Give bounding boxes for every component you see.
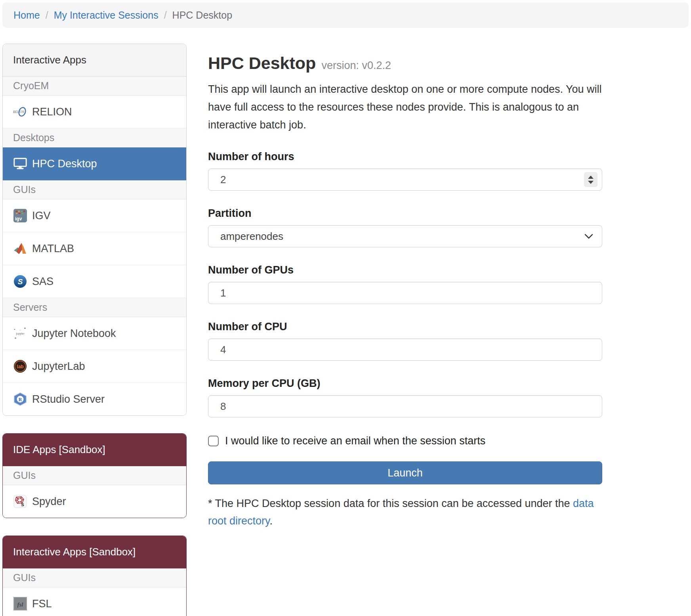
sidebar-item-spyder[interactable]: sSpyder [3,485,186,518]
breadcrumb-sessions-link[interactable]: My Interactive Sessions [54,10,158,21]
sidebar-item-label: RStudio Server [32,393,105,406]
sidebar-subheader: Desktops [3,128,186,147]
number-of-hours-input[interactable] [208,168,602,191]
igv-icon: igv [13,209,27,223]
sidebar-subheader: GUIs [3,466,186,485]
svg-text:igv: igv [15,216,22,222]
footnote-period: . [270,515,273,527]
footnote: * The HPC Desktop session data for this … [208,495,602,530]
sidebar-subheader: GUIs [3,180,186,199]
number-of-gpus-input[interactable] [208,282,602,304]
fsl-icon: fsl [13,597,27,611]
rstudio-icon: R [13,392,27,406]
sidebar-subheader: CryoEM [3,77,186,96]
number-stepper[interactable] [584,172,597,187]
page-title: HPC Desktopversion: v0.2.2 [208,54,602,73]
sidebar-card: Interactive AppsCryoEMRELIONRELIONDeskto… [2,44,187,416]
sidebar-item-hpc-desktop[interactable]: HPC Desktop [3,147,186,180]
footnote-text: * The HPC Desktop session data for this … [208,497,573,509]
app-description: This app will launch an interactive desk… [208,80,602,134]
sidebar-item-label: SAS [32,275,53,288]
sidebar-item-jupyter-notebook[interactable]: jupyterJupyter Notebook [3,317,186,350]
sidebar-item-matlab[interactable]: MATLAB [3,232,186,265]
breadcrumb: Home / My Interactive Sessions / HPC Des… [2,2,689,28]
sidebar-item-label: Spyder [32,495,66,508]
jupyterlab-icon: lab [13,359,27,373]
stepper-up-icon[interactable] [588,176,594,179]
breadcrumb-home-link[interactable]: Home [13,10,40,21]
sidebar-item-label: JupyterLab [32,360,85,373]
number-of-cpu-input[interactable] [208,339,602,361]
field-label-number-of-cpu: Number of CPU [208,321,602,333]
svg-text:S: S [18,277,23,286]
sidebar-item-sas[interactable]: SSAS [3,265,186,298]
sidebar-item-rstudio-server[interactable]: RRStudio Server [3,383,186,415]
sidebar-subheader: Servers [3,298,186,317]
sidebar-item-label: HPC Desktop [32,158,97,170]
field-label-partition: Partition [208,207,602,220]
matlab-icon [13,241,27,256]
email-notify-label: I would like to receive an email when th… [225,435,485,447]
desktop-icon [13,157,27,171]
sas-icon: S [13,274,27,289]
svg-text:fsl: fsl [17,601,24,608]
svg-text:s: s [21,501,24,507]
launch-button[interactable]: Launch [208,461,602,484]
email-notify-checkbox[interactable] [208,436,219,446]
app-title: HPC Desktop [208,54,316,73]
sidebar-item-label: FSL [32,598,52,610]
sidebar-item-label: IGV [32,210,51,222]
sidebar-card-title: IDE Apps [Sandbox] [3,434,186,466]
sidebar-item-igv[interactable]: igvIGV [3,199,186,232]
field-label-number-of-gpus: Number of GPUs [208,264,602,276]
email-notify-row[interactable]: I would like to receive an email when th… [208,435,602,447]
sidebar-item-relion[interactable]: RELIONRELION [3,96,186,128]
memory-per-cpu-input[interactable] [208,395,602,417]
sidebar-card: IDE Apps [Sandbox]GUIssSpyder [2,433,187,518]
stepper-down-icon[interactable] [588,181,594,184]
relion-icon: RELION [13,105,27,119]
partition-selected-value: amperenodes [220,230,283,243]
app-version: version: v0.2.2 [321,59,391,71]
field-label-number-of-hours: Number of hours [208,151,602,163]
svg-text:R: R [19,397,22,402]
breadcrumb-current-page: HPC Desktop [172,10,232,21]
jupyter-icon: jupyter [13,326,27,341]
launch-form: Number of hours Partition amperenodes Nu… [208,151,602,484]
sidebar-card: Interactive Apps [Sandbox]GUIsfslFSL [2,536,187,616]
svg-text:lab: lab [17,364,23,369]
partition-select[interactable]: amperenodes [208,225,602,247]
main-content: HPC Desktopversion: v0.2.2 This app will… [208,44,602,530]
app-sidebar: Interactive AppsCryoEMRELIONRELIONDeskto… [2,44,187,616]
breadcrumb-separator: / [164,10,167,21]
spyder-icon: s [13,494,27,509]
svg-text:jupyter: jupyter [15,332,25,335]
chevron-down-icon [584,234,593,239]
sidebar-subheader: GUIs [3,568,186,587]
field-label-memory-per-cpu: Memory per CPU (GB) [208,377,602,390]
sidebar-item-label: MATLAB [32,243,74,255]
sidebar-item-fsl[interactable]: fslFSL [3,587,186,616]
sidebar-item-label: RELION [32,106,72,118]
sidebar-card-title: Interactive Apps [Sandbox] [3,536,186,568]
sidebar-card-title: Interactive Apps [3,44,186,77]
sidebar-item-jupyterlab[interactable]: labJupyterLab [3,350,186,383]
breadcrumb-separator: / [46,10,48,21]
sidebar-item-label: Jupyter Notebook [32,327,116,340]
